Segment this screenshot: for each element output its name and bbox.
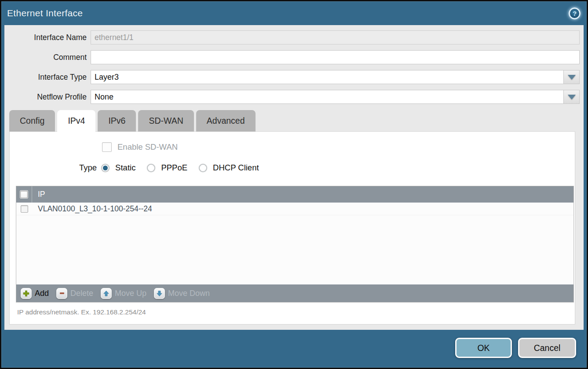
radio-dhcp-client-label: DHCP Client: [213, 163, 259, 173]
radio-pppoe[interactable]: PPPoE: [147, 163, 187, 173]
add-button-label: Add: [35, 289, 49, 298]
interface-name-label: Interface Name: [7, 33, 91, 42]
tab-sdwan[interactable]: SD-WAN: [138, 110, 194, 132]
interface-name-row: Interface Name: [7, 30, 580, 44]
row-checkbox[interactable]: [21, 205, 28, 213]
move-down-icon: [154, 288, 165, 299]
ipv4-tab-panel: Enable SD-WAN Type Static PPPoE DHCP Cli…: [9, 131, 575, 325]
netflow-profile-label: Netflow Profile: [7, 92, 91, 102]
dialog-title: Ethernet Interface: [7, 8, 83, 18]
ip-table-header: IP: [16, 186, 573, 203]
ip-column-header: IP: [32, 190, 45, 199]
interface-type-row: Interface Type Layer3: [7, 70, 580, 84]
enable-sdwan-label: Enable SD-WAN: [117, 142, 178, 152]
comment-field[interactable]: [91, 50, 580, 64]
netflow-profile-row: Netflow Profile None: [7, 90, 580, 104]
interface-type-label: Interface Type: [7, 73, 91, 82]
move-down-button-label: Move Down: [168, 289, 210, 298]
tab-ipv4[interactable]: IPv4: [57, 110, 95, 132]
radio-dhcp-client[interactable]: DHCP Client: [199, 163, 259, 173]
tab-ipv6[interactable]: IPv6: [98, 110, 136, 132]
move-up-button: Move Up: [101, 288, 146, 299]
ip-table: IP VLAN0100_L3_10-1-100-254--24 Add: [16, 186, 574, 303]
ok-button[interactable]: OK: [455, 338, 512, 358]
delete-button: Delete: [56, 288, 93, 299]
radio-pppoe-label: PPPoE: [161, 163, 187, 173]
radio-icon[interactable]: [101, 164, 110, 172]
comment-label: Comment: [7, 53, 91, 62]
netflow-profile-dropdown[interactable]: None: [91, 90, 580, 104]
interface-type-dropdown[interactable]: Layer3: [91, 70, 580, 84]
move-up-icon: [101, 288, 112, 299]
radio-icon[interactable]: [199, 164, 207, 172]
enable-sdwan-checkbox: [102, 142, 112, 152]
select-all-checkbox[interactable]: [20, 191, 28, 198]
ip-cell: VLAN0100_L3_10-1-100-254--24: [32, 204, 152, 214]
interface-type-dropdown-button[interactable]: [563, 70, 579, 84]
dialog-body: Interface Name Comment Interface Type La…: [4, 25, 584, 330]
type-label: Type: [79, 163, 97, 173]
radio-static-label: Static: [115, 163, 135, 173]
interface-name-field: [91, 30, 580, 44]
netflow-profile-dropdown-button[interactable]: [563, 90, 579, 103]
titlebar: Ethernet Interface ?: [1, 1, 587, 25]
ethernet-interface-dialog: Ethernet Interface ? Interface Name Comm…: [0, 0, 588, 369]
type-radio-group: Type Static PPPoE DHCP Client: [79, 163, 270, 173]
netflow-profile-value: None: [91, 90, 563, 103]
tabstrip: Config IPv4 IPv6 SD-WAN Advanced: [9, 110, 580, 132]
enable-sdwan-row: Enable SD-WAN: [102, 142, 178, 152]
table-toolbar: Add Delete Move Up: [16, 284, 573, 302]
add-icon: [21, 288, 32, 299]
interface-type-value: Layer3: [91, 70, 563, 84]
add-button[interactable]: Add: [21, 288, 49, 299]
move-up-button-label: Move Up: [115, 289, 146, 298]
move-down-button: Move Down: [154, 288, 210, 299]
cancel-button[interactable]: Cancel: [518, 338, 576, 358]
help-icon[interactable]: ?: [569, 7, 581, 19]
comment-row: Comment: [7, 50, 580, 64]
radio-icon[interactable]: [147, 164, 155, 172]
tab-advanced[interactable]: Advanced: [196, 110, 256, 132]
footer-actions: OK Cancel: [455, 338, 576, 358]
table-empty-area: [16, 215, 573, 284]
tab-config[interactable]: Config: [9, 110, 55, 132]
table-row[interactable]: VLAN0100_L3_10-1-100-254--24: [16, 203, 573, 215]
delete-button-label: Delete: [70, 289, 93, 298]
radio-static[interactable]: Static: [101, 163, 135, 173]
chevron-down-icon: [568, 75, 576, 80]
chevron-down-icon: [568, 95, 576, 100]
ip-format-hint: IP address/netmask. Ex. 192.168.2.254/24: [17, 308, 146, 316]
delete-icon: [56, 288, 67, 299]
